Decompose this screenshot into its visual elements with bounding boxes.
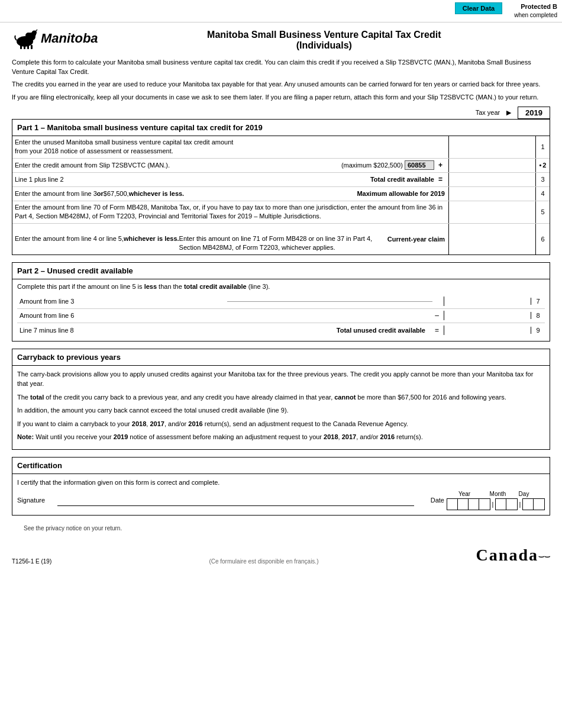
part1-line5-number: 5 — [535, 201, 550, 223]
canada-logo: Canada‿‿ — [476, 546, 550, 564]
part1-line4-number: 4 — [535, 187, 550, 201]
part2-line8-input[interactable] — [444, 311, 531, 320]
part1-line4-field[interactable] — [451, 190, 533, 197]
sig-line — [57, 494, 414, 506]
day-cell-1[interactable] — [523, 499, 534, 510]
part2-line7-field[interactable] — [447, 298, 528, 305]
part1-line1-field[interactable] — [451, 143, 533, 150]
part1-line3-number: 3 — [535, 173, 550, 186]
part1-line5-field[interactable] — [451, 208, 533, 215]
part1-line2-desc: Enter the credit amount from Slip T2SBVC… — [12, 159, 338, 172]
svg-rect-8 — [31, 45, 33, 49]
part2-line7-row: Amount from line 3 7 — [17, 295, 545, 309]
part1-section: Part 1 – Manitoba small business venture… — [12, 119, 550, 255]
part1-line4-input[interactable] — [448, 187, 535, 201]
tax-year-row: Tax year ► 2019 — [12, 107, 550, 119]
part1-line2-number: •2 — [535, 159, 550, 172]
part1-line4-row: Enter the amount from line 3 or $67,500,… — [12, 187, 550, 201]
part1-line1-number: 1 — [535, 136, 550, 158]
carryback-para4: If you want to claim a carryback to your… — [17, 419, 545, 429]
date-headers: Year Month Day — [447, 491, 545, 497]
part1-line6-input[interactable] — [448, 224, 535, 255]
title-area: Manitoba Small Business Venture Capital … — [98, 27, 550, 51]
part1-line3-field[interactable] — [451, 176, 533, 183]
part1-header: Part 1 – Manitoba small business venture… — [12, 120, 550, 136]
day-cell-2[interactable] — [534, 499, 544, 510]
carryback-note: Note: Wait until you receive your 2019 n… — [17, 432, 545, 442]
form-title: Manitoba Small Business Venture Capital … — [98, 30, 550, 40]
part1-line2-code: 60855 — [405, 160, 434, 170]
svg-point-9 — [25, 33, 31, 38]
part1-line5-input[interactable] — [448, 201, 535, 223]
part1-line5-row: Enter the amount from line 70 of Form MB… — [12, 201, 550, 224]
logo-area: Manitoba — [12, 27, 98, 50]
protected-b-label: Protected B when completed — [514, 2, 557, 20]
part1-line2-dot: • — [540, 162, 542, 169]
year-cell-2[interactable] — [458, 499, 469, 510]
footer-right: Canada‿‿ — [476, 546, 550, 565]
part2-line9-total: Total unused credit available — [332, 327, 430, 334]
part1-line2-input[interactable] — [448, 159, 535, 172]
privacy-note: See the privacy notice on your return. — [12, 523, 550, 534]
month-cells — [495, 498, 518, 510]
intro-para2: The credits you earned in the year are u… — [12, 80, 550, 89]
year-cell-3[interactable] — [469, 499, 479, 510]
intro-para3: If you are filing electronically, keep a… — [12, 93, 550, 102]
part2-intro: Complete this part if the amount on line… — [17, 283, 545, 290]
cert-row: Signature Date Year Month Day — [17, 491, 545, 510]
date-section: Date Year Month Day — [431, 491, 545, 510]
part2-line7-input[interactable] — [444, 297, 531, 306]
part1-line4-max: Maximum allowable for 2019 — [357, 190, 445, 197]
svg-rect-5 — [20, 45, 22, 49]
certification-section: Certification I certify that the informa… — [12, 457, 550, 516]
part1-line3-operator: = — [436, 175, 445, 183]
part1-line2-middle: (maximum $202,500) 60855 + — [338, 159, 448, 172]
part1-line2-row: Enter the credit amount from Slip T2SBVC… — [12, 159, 550, 173]
part1-line3-row: Line 1 plus line 2 Total credit availabl… — [12, 173, 550, 187]
part1-line6-desc: Enter the amount from line 4 or line 5, … — [12, 224, 384, 255]
part1-line5-desc: Enter the amount from line 70 of Form MB… — [12, 201, 448, 223]
part1-line2-max: (maximum $202,500) — [341, 162, 403, 169]
part1-line2-field[interactable] — [451, 162, 533, 169]
part1-line3-input[interactable] — [448, 173, 535, 186]
part2-content: Complete this part if the amount on line… — [12, 279, 550, 341]
year-cells — [447, 498, 490, 510]
part1-line6-current: Current-year claim — [387, 236, 445, 243]
part1-line6-row: Enter the amount from line 4 or line 5, … — [12, 224, 550, 255]
part1-line1-input[interactable] — [448, 136, 535, 158]
part1-line4-desc: Enter the amount from line 3 or $67,500,… — [12, 187, 353, 201]
month-cell-1[interactable] — [496, 499, 506, 510]
part1-line6-field[interactable] — [451, 236, 533, 243]
footer: T1256-1 E (19) (Ce formulaire est dispon… — [0, 541, 562, 569]
part1-line2-operator: + — [436, 161, 445, 169]
day-cells — [522, 498, 545, 510]
date-label: Date — [431, 497, 444, 504]
date-sep-2: | — [518, 501, 522, 508]
clear-data-button[interactable]: Clear Data — [455, 2, 502, 14]
tax-year-label: Tax year — [476, 109, 500, 116]
footer-french-note: (Ce formulaire est disponible en françai… — [209, 558, 318, 565]
carryback-content: The carry-back provisions allow you to a… — [12, 366, 550, 449]
year-cell-4[interactable] — [479, 499, 490, 510]
part1-line6-middle: Current-year claim — [384, 224, 448, 255]
part2-line8-field[interactable] — [447, 312, 528, 319]
part2-line8-op: – — [430, 311, 444, 320]
top-bar: Clear Data Protected B when completed — [0, 0, 562, 22]
logo-text: Manitoba — [41, 31, 98, 46]
part2-line8-row: Amount from line 6 – 8 — [17, 309, 545, 323]
part2-line9-desc: Line 7 minus line 8 — [17, 326, 177, 335]
date-sep-1: | — [490, 501, 495, 508]
main-content: Complete this form to calculate your Man… — [0, 53, 562, 538]
svg-line-4 — [35, 30, 37, 31]
date-day-label: Day — [513, 491, 534, 497]
tax-year-value: 2019 — [518, 107, 550, 119]
part2-line9-field[interactable] — [447, 327, 528, 334]
part1-line3-desc: Line 1 plus line 2 — [12, 173, 367, 186]
date-fields: Year Month Day | — [447, 491, 545, 510]
year-cell-1[interactable] — [447, 499, 458, 510]
part2-line9-input[interactable] — [444, 326, 531, 335]
month-cell-2[interactable] — [506, 499, 517, 510]
part2-line7-op — [432, 297, 444, 305]
date-month-label: Month — [485, 491, 511, 497]
svg-rect-7 — [27, 45, 29, 49]
